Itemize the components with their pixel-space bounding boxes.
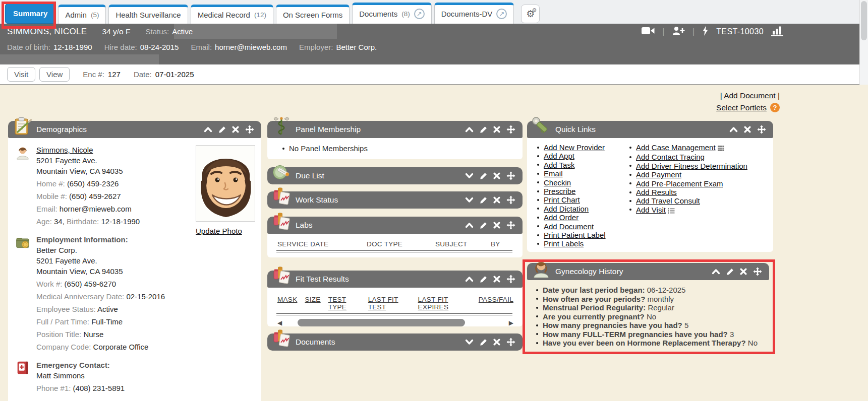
fit-col-last-fit-test[interactable]: LAST FIT TEST: [368, 296, 411, 311]
help-icon[interactable]: ?: [770, 103, 780, 112]
close-icon[interactable]: [493, 276, 500, 283]
edit-icon[interactable]: [480, 196, 487, 204]
add-person-icon[interactable]: [672, 26, 685, 37]
emergency-contact-icon: [15, 360, 30, 375]
edit-icon[interactable]: [480, 276, 487, 283]
expand-icon[interactable]: [465, 173, 474, 179]
quick-link-add-visit[interactable]: Add Visit: [636, 206, 666, 214]
dob-label: Date of birth:: [7, 43, 50, 51]
quick-link-email[interactable]: Email: [544, 169, 563, 178]
move-icon[interactable]: [506, 171, 515, 180]
edit-icon[interactable]: [480, 172, 487, 180]
patient-name-link[interactable]: Simmons, Nicole: [36, 146, 93, 154]
edit-icon[interactable]: [218, 126, 226, 133]
collapse-icon[interactable]: [465, 126, 474, 132]
edit-icon[interactable]: [726, 268, 734, 276]
collapse-icon[interactable]: [204, 126, 212, 132]
quick-link-add-results[interactable]: Add Results: [636, 188, 677, 196]
tab-medical-record[interactable]: Medical Record(12): [191, 5, 273, 24]
patient-photo[interactable]: [196, 145, 255, 222]
quick-link-add-payment[interactable]: Add Payment: [636, 170, 681, 179]
edit-icon[interactable]: [480, 339, 487, 346]
gyn-question: Are you currently pregnant?: [543, 312, 645, 321]
close-icon[interactable]: [744, 126, 751, 133]
close-icon[interactable]: [493, 339, 500, 346]
portlet-title: Labs: [296, 221, 313, 230]
popout-icon[interactable]: ↗: [414, 9, 425, 19]
move-icon[interactable]: [506, 125, 515, 134]
close-icon[interactable]: [493, 172, 500, 179]
quick-link-print-patient-label[interactable]: Print Patient Label: [544, 231, 606, 239]
popout-icon[interactable]: ↗: [496, 9, 507, 19]
gyn-question: How often are your periods?: [543, 295, 645, 303]
quick-link-checkin[interactable]: Checkin: [544, 178, 571, 187]
fit-col-last-fit-expires[interactable]: LAST FIT EXPIRES: [418, 296, 471, 311]
collapse-icon[interactable]: [465, 222, 474, 228]
select-portlets-link[interactable]: Select Portlets: [716, 103, 767, 112]
visit-button[interactable]: Visit: [7, 67, 35, 82]
scroll-left-icon[interactable]: ◀: [277, 319, 282, 326]
collapse-icon[interactable]: [465, 276, 474, 282]
edit-icon[interactable]: [480, 222, 487, 229]
quick-link-add-dictation[interactable]: Add Dictation: [544, 205, 589, 213]
fit-col-size[interactable]: SIZE: [305, 296, 320, 311]
tab-documents-dv[interactable]: Documents-DV↗: [434, 3, 514, 24]
fit-col-test-type[interactable]: TEST TYPE: [328, 296, 361, 311]
quick-link-add-appt[interactable]: Add Appt: [544, 152, 574, 160]
expand-icon[interactable]: [465, 197, 474, 203]
quick-link-prescribe[interactable]: Prescribe: [544, 187, 575, 195]
tab-on-screen-forms[interactable]: On Screen Forms: [276, 5, 350, 24]
add-document-link[interactable]: Add Document: [724, 91, 776, 100]
quick-link-add-contact-tracing[interactable]: Add Contact Tracing: [636, 153, 705, 161]
tab-summary[interactable]: Summary: [5, 4, 55, 24]
lightning-bolt-icon[interactable]: [702, 26, 709, 37]
tab-settings-button[interactable]: ⚙⚙: [521, 5, 540, 23]
page-scrollbar-thumb[interactable]: [861, 1, 867, 40]
move-icon[interactable]: [245, 125, 254, 134]
tab-admin[interactable]: Admin(5): [58, 5, 106, 24]
close-icon[interactable]: [493, 222, 500, 229]
video-camera-icon[interactable]: [642, 27, 655, 36]
emergency-heading: Emergency Contact:: [36, 360, 125, 370]
scroll-right-icon[interactable]: ▶: [509, 319, 513, 326]
close-icon[interactable]: [493, 196, 500, 204]
quick-link-add-task[interactable]: Add Task: [544, 161, 574, 169]
quick-link-add-driver-fitness[interactable]: Add Driver Fitness Determination: [636, 162, 747, 170]
quick-links-portlet-body: Add New Provider Add Appt Add Task Email…: [527, 138, 773, 252]
tab-documents[interactable]: Documents(8)↗: [352, 3, 431, 24]
close-icon[interactable]: [740, 268, 747, 275]
quick-link-add-travel-consult[interactable]: Add Travel Consult: [636, 196, 700, 205]
quick-link-add-new-provider[interactable]: Add New Provider: [544, 143, 605, 152]
tab-health-surveillance[interactable]: Health Surveillance: [108, 5, 188, 24]
move-icon[interactable]: [506, 275, 515, 284]
fit-col-mask[interactable]: MASK: [277, 296, 297, 311]
move-icon[interactable]: [506, 338, 515, 347]
collapse-icon[interactable]: [729, 126, 738, 132]
quick-link-add-case-management[interactable]: Add Case Management: [636, 143, 716, 152]
edit-icon[interactable]: [480, 126, 487, 133]
move-icon[interactable]: [506, 221, 515, 230]
move-icon[interactable]: [753, 267, 762, 276]
caduceus-icon: [271, 116, 292, 137]
quick-link-print-labels[interactable]: Print Labels: [544, 239, 584, 248]
fit-col-pass-fail[interactable]: PASS/FAIL: [479, 296, 513, 311]
move-icon[interactable]: [757, 125, 766, 134]
age: 34,: [54, 217, 65, 226]
employee-status: Active: [97, 305, 118, 313]
close-icon[interactable]: [232, 126, 239, 133]
fit-test-hscrollbar[interactable]: [285, 319, 505, 326]
close-icon[interactable]: [493, 126, 500, 133]
quick-link-add-pre-placement-exam[interactable]: Add Pre-Placement Exam: [636, 179, 723, 188]
move-icon[interactable]: [506, 195, 515, 205]
expand-icon[interactable]: [465, 339, 474, 345]
quick-link-print-chart[interactable]: Print Chart: [544, 195, 580, 204]
view-button[interactable]: View: [39, 67, 70, 82]
quick-link-add-order[interactable]: Add Order: [544, 213, 578, 222]
tab-admin-count: (5): [91, 11, 99, 19]
page-scrollbar[interactable]: [859, 0, 868, 85]
bar-chart-icon[interactable]: [771, 26, 784, 38]
quick-link-add-document[interactable]: Add Document: [544, 222, 594, 231]
collapse-icon[interactable]: [712, 269, 720, 275]
update-photo-link[interactable]: Update Photo: [196, 227, 242, 235]
fit-test-hscrollbar-thumb[interactable]: [298, 319, 465, 326]
